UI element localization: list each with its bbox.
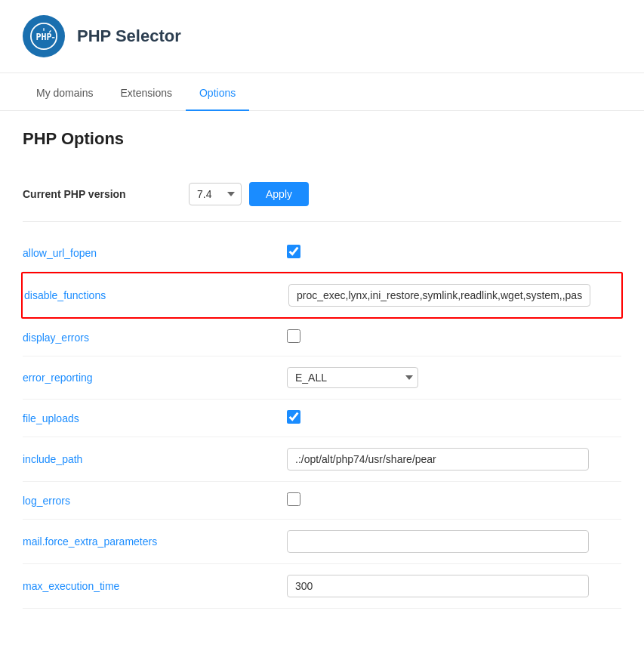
option-value-error-reporting: E_ALL E_ALL & ~E_NOTICE E_ERROR	[287, 367, 621, 388]
input-max-execution-time[interactable]	[287, 575, 589, 597]
option-value-display-errors	[287, 329, 621, 345]
option-name-max-execution-time: max_execution_time	[23, 580, 287, 592]
checkbox-file-uploads[interactable]	[287, 410, 300, 424]
option-row-include-path: include_path	[23, 437, 621, 482]
select-error-reporting[interactable]: E_ALL E_ALL & ~E_NOTICE E_ERROR	[287, 367, 418, 388]
option-value-mail-force-extra	[287, 530, 621, 553]
option-row-file-uploads: file_uploads	[23, 400, 621, 437]
version-row: Current PHP version 7.4 5.4 5.5 5.6 7.0 …	[23, 167, 621, 222]
app-header: PHP PHP Selector	[0, 0, 644, 73]
option-row-log-errors: log_errors	[23, 482, 621, 520]
page-title: PHP Options	[23, 129, 621, 149]
tab-options[interactable]: Options	[186, 76, 249, 111]
option-row-allow-url-fopen: allow_url_fopen	[23, 234, 621, 272]
tab-my-domains[interactable]: My domains	[23, 76, 106, 111]
option-value-log-errors	[287, 492, 621, 508]
option-row-display-errors: display_errors	[23, 319, 621, 356]
option-name-disable-functions: disable_functions	[24, 289, 288, 301]
option-row-max-execution-time: max_execution_time	[23, 564, 621, 609]
option-name-allow-url-fopen: allow_url_fopen	[23, 247, 287, 259]
option-row-disable-functions: disable_functions	[21, 272, 623, 319]
options-list: allow_url_fopen disable_functions displa…	[23, 234, 621, 609]
php-logo-icon: PHP	[30, 23, 57, 50]
svg-text:PHP: PHP	[35, 32, 51, 42]
input-disable-functions[interactable]	[288, 284, 590, 307]
option-row-error-reporting: error_reporting E_ALL E_ALL & ~E_NOTICE …	[23, 356, 621, 400]
option-value-max-execution-time	[287, 575, 621, 597]
input-include-path[interactable]	[287, 448, 589, 471]
nav-tabs: My domains Extensions Options	[0, 76, 644, 111]
checkbox-log-errors[interactable]	[287, 492, 300, 506]
tab-extensions[interactable]: Extensions	[106, 76, 185, 111]
input-mail-force-extra[interactable]	[287, 530, 589, 553]
option-value-disable-functions	[288, 284, 620, 307]
checkbox-allow-url-fopen[interactable]	[287, 245, 300, 258]
main-content: PHP Options Current PHP version 7.4 5.4 …	[0, 111, 644, 627]
app-logo: PHP	[23, 15, 65, 57]
checkbox-display-errors[interactable]	[287, 329, 300, 343]
option-name-error-reporting: error_reporting	[23, 372, 287, 384]
apply-button[interactable]: Apply	[249, 182, 309, 206]
option-value-file-uploads	[287, 410, 621, 426]
app-title: PHP Selector	[77, 26, 181, 46]
version-select[interactable]: 7.4 5.4 5.5 5.6 7.0 7.1 7.2 7.3 8.0 8.1	[189, 183, 242, 205]
option-row-mail-force-extra: mail.force_extra_parameters	[23, 520, 621, 564]
option-name-log-errors: log_errors	[23, 495, 287, 507]
option-value-include-path	[287, 448, 621, 471]
version-label: Current PHP version	[23, 188, 189, 200]
option-name-display-errors: display_errors	[23, 332, 287, 344]
option-name-mail-force-extra: mail.force_extra_parameters	[23, 535, 287, 548]
option-value-allow-url-fopen	[287, 245, 621, 261]
option-name-file-uploads: file_uploads	[23, 412, 287, 424]
version-controls: 7.4 5.4 5.5 5.6 7.0 7.1 7.2 7.3 8.0 8.1 …	[189, 182, 309, 206]
option-name-include-path: include_path	[23, 453, 287, 465]
